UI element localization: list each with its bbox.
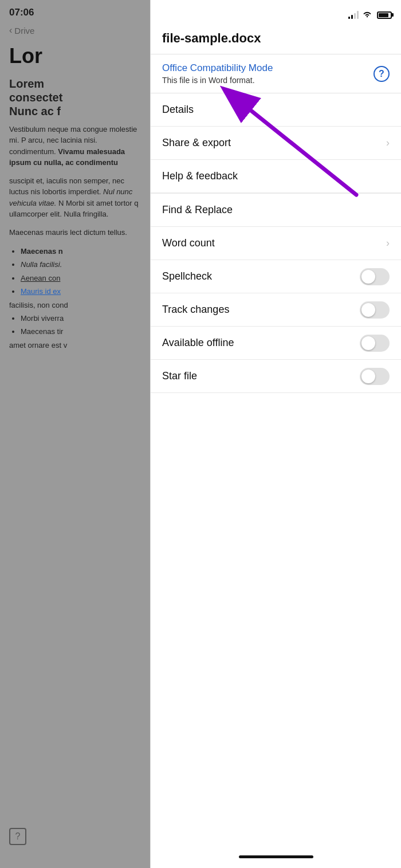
toggle-knob [361, 303, 375, 317]
compat-help-button[interactable]: ? [374, 66, 390, 82]
spellcheck-toggle[interactable] [360, 268, 390, 285]
bullet-item: Morbi viverra [21, 312, 141, 325]
menu-item-track-changes[interactable]: Track changes [151, 293, 401, 327]
menu-item-find-replace[interactable]: Find & Replace [151, 194, 401, 227]
menu-item-label-spellcheck: Spellcheck [162, 270, 212, 282]
menu-item-label-find: Find & Replace [162, 204, 233, 216]
menu-item-star-file[interactable]: Star file [151, 360, 401, 393]
compat-mode-label: Office Compatibility Mode [162, 62, 273, 74]
menu-item-label-share: Share & export [162, 137, 231, 149]
wifi-icon [362, 10, 372, 20]
doc-para2: suscipit et, iaculis non semper, nec luc… [9, 175, 141, 220]
doc-subtitle: Lorem consectet Nunc ac f [9, 77, 141, 118]
bullet-item: Aenean con [21, 272, 141, 285]
compat-sub-label: This file is in Word format. [162, 76, 273, 85]
star-toggle[interactable] [360, 368, 390, 385]
menu-items: Details Share & export › Help & feedback… [151, 93, 401, 845]
document-background: 07:06 ‹ Drive Lor Lorem consectet Nunc a… [0, 0, 150, 868]
offline-toggle[interactable] [360, 335, 390, 352]
menu-item-label-details: Details [162, 104, 194, 116]
bullet-item: Mauris id ex [21, 285, 141, 298]
doc-para3: Maecenas mauris lect dictum tellus. [9, 227, 141, 238]
bullet-list: Maecenas n Nulla facilisi. Aenean con Ma… [21, 245, 141, 352]
menu-item-label-offline: Available offline [162, 337, 234, 349]
status-icons [348, 10, 392, 20]
doc-content: Lor Lorem consectet Nunc ac f Vestibulum… [0, 39, 150, 364]
menu-item-available-offline[interactable]: Available offline [151, 327, 401, 360]
back-label: Drive [14, 26, 34, 36]
toggle-knob [361, 370, 375, 383]
track-changes-toggle[interactable] [360, 301, 390, 319]
menu-item-spellcheck[interactable]: Spellcheck [151, 260, 401, 293]
signal-bars-icon [348, 11, 359, 19]
doc-status-bar: 07:06 [0, 0, 150, 22]
chevron-right-icon-word-count: › [386, 237, 390, 249]
menu-item-help[interactable]: Help & feedback [151, 160, 401, 193]
battery-icon [377, 11, 392, 19]
toggle-knob [361, 270, 375, 284]
bullet-item: Maecenas n [21, 245, 141, 258]
home-bar [239, 855, 313, 858]
doc-title: Lor [9, 45, 141, 68]
compat-section[interactable]: Office Compatibility Mode This file is i… [151, 54, 401, 93]
back-arrow-icon: ‹ [9, 25, 12, 36]
home-indicator [151, 845, 401, 868]
doc-para1: Vestibulum neque ma congue molestie mi. … [9, 124, 141, 168]
panel-header: file-sample.docx [151, 25, 401, 54]
panel-title: file-sample.docx [162, 31, 390, 46]
bullet-item: facilisis, non cond [9, 299, 141, 312]
options-panel: file-sample.docx Office Compatibility Mo… [150, 0, 401, 868]
menu-item-share-export[interactable]: Share & export › [151, 127, 401, 160]
menu-item-label-help: Help & feedback [162, 170, 238, 182]
doc-back-row[interactable]: ‹ Drive [0, 22, 150, 39]
bullet-item: Nulla facilisi. [21, 258, 141, 271]
menu-item-details[interactable]: Details [151, 93, 401, 127]
menu-item-word-count[interactable]: Word count › [151, 227, 401, 260]
doc-question-icon: ? [9, 828, 26, 845]
bullet-item: Maecenas tir [21, 325, 141, 338]
menu-item-label-star: Star file [162, 370, 197, 382]
menu-item-label-word-count: Word count [162, 237, 215, 249]
menu-item-label-track-changes: Track changes [162, 304, 229, 316]
toggle-knob [361, 336, 375, 350]
doc-time: 07:06 [9, 7, 34, 18]
chevron-right-icon: › [386, 137, 390, 149]
panel-status-bar [151, 0, 401, 25]
bullet-item: amet ornare est v [9, 339, 141, 352]
